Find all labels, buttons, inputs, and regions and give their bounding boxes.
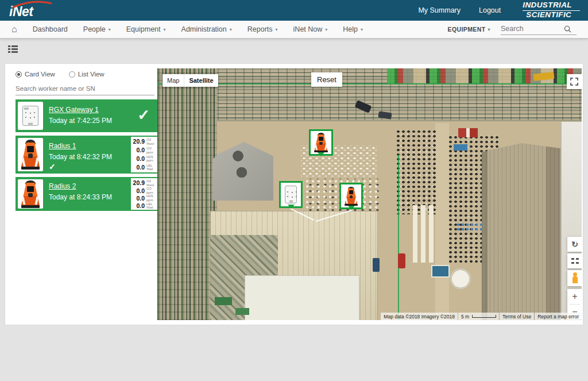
nav-item-help[interactable]: Help ▾ (343, 25, 363, 33)
gas-name: LEL (146, 202, 153, 206)
gas-value: 0.0 (133, 156, 145, 162)
rotate-view-button[interactable]: ↻ (567, 237, 582, 252)
scope-label: EQUIPMENT (448, 26, 486, 33)
nav-item-dashboard[interactable]: Dashboard (33, 25, 68, 33)
device-name-link[interactable]: Radius 1 (49, 142, 76, 150)
logout-link[interactable]: Logout (479, 6, 501, 14)
zoom-in-button[interactable]: + (567, 289, 582, 304)
radius-illustration (345, 187, 358, 206)
map-type-control: Map Satellite (163, 74, 218, 87)
gas-unit: ppm (146, 159, 153, 163)
gas-unit: ppm (146, 198, 153, 202)
imagery-building-front (245, 275, 359, 320)
gateway-illustration (20, 104, 41, 128)
check-icon: ✓ (137, 106, 150, 124)
map-attribution-bar: Map data ©2018 Imagery ©2018 5 m Terms o… (381, 313, 582, 320)
tilt-view-button[interactable] (567, 253, 582, 268)
nav-item-administration[interactable]: Administration ▾ (181, 25, 232, 33)
satellite-view-button[interactable]: Satellite (184, 74, 218, 87)
gas-value: 0.0 (133, 188, 145, 194)
nav-item-inet-now[interactable]: iNet Now ▾ (293, 25, 328, 33)
gas-value: 20.9 (133, 138, 145, 145)
fullscreen-button[interactable] (567, 74, 582, 89)
gas-value: 20.9 (133, 180, 145, 186)
gas-name: H2S (146, 194, 153, 198)
gas-reading-row: 0.0 COppm (133, 187, 157, 194)
gas-name: H2S (146, 155, 153, 159)
worker-search-input[interactable] (16, 85, 154, 92)
device-name-link[interactable]: RGX Gateway 1 (49, 106, 99, 114)
card-view-option[interactable]: Card View (16, 71, 55, 78)
my-summary-link[interactable]: My Summary (418, 6, 461, 14)
device-card-rgx-gateway-1[interactable]: RGX Gateway 1 Today at 7:42:25 PM ✓ (16, 99, 159, 132)
search-icon[interactable] (564, 25, 571, 33)
tilt-icon (571, 258, 579, 264)
gas-name: LEL (146, 164, 153, 168)
reset-button[interactable]: Reset (311, 72, 342, 87)
gas-value: 0.0 (133, 164, 145, 171)
radio-unselected-icon[interactable] (69, 71, 75, 78)
imagery-blue-container (454, 144, 467, 151)
site-map[interactable]: Map Satellite Reset ↻ + − (157, 68, 582, 320)
radius-device-image (18, 179, 43, 209)
street-view-pegman-button[interactable] (567, 270, 582, 286)
search-scope-dropdown[interactable]: EQUIPMENT ▾ (448, 26, 490, 33)
nav-item-reports[interactable]: Reports ▾ (247, 25, 278, 33)
list-view-toggle-icon[interactable] (8, 45, 18, 53)
map-view-button[interactable]: Map (163, 74, 184, 87)
chevron-down-icon: ▾ (164, 27, 166, 32)
nav-label: Dashboard (33, 25, 68, 33)
gas-unit: %vol (146, 183, 154, 187)
imagery-blue-structure (431, 265, 450, 278)
gateway-device-image (18, 102, 43, 130)
nav-label: Reports (247, 25, 273, 33)
imagery-road (435, 123, 449, 320)
radio-selected-icon[interactable] (16, 71, 22, 78)
global-search-field (501, 24, 577, 35)
nav-label: Equipment (126, 25, 161, 33)
gas-unit: ppm (146, 191, 153, 195)
chevron-down-icon: ▾ (361, 27, 363, 32)
global-search-input[interactable] (501, 25, 564, 33)
list-view-option[interactable]: List View (69, 71, 105, 78)
main-nav-bar: ⌂ Dashboard People ▾ Equipment ▾ Adminis… (0, 21, 588, 39)
map-marker-radius-1[interactable] (309, 129, 333, 156)
scale-label: 5 m (461, 314, 469, 320)
imagery-blue-van (373, 258, 380, 272)
imagery-white-trailers (413, 205, 436, 263)
radius-device-image (18, 138, 43, 171)
gas-reading-row: 20.9 O2%vol (133, 179, 157, 187)
nav-item-equipment[interactable]: Equipment ▾ (126, 25, 166, 33)
device-cards: RGX Gateway 1 Today at 7:42:25 PM ✓ Ra (16, 99, 159, 211)
imagery-warehouse (482, 143, 561, 320)
chevron-down-icon: ▾ (109, 27, 111, 32)
chevron-down-icon: ▾ (230, 27, 232, 32)
gas-value: 0.0 (133, 195, 145, 202)
nav-label: Help (343, 25, 358, 33)
map-marker-rgx-gateway-1[interactable] (279, 181, 303, 208)
gas-value: 0.0 (133, 203, 145, 209)
map-scale: 5 m (458, 313, 499, 320)
home-icon[interactable]: ⌂ (11, 25, 17, 34)
imagery-red-containers (458, 128, 478, 137)
chevron-down-icon: ▾ (276, 27, 278, 32)
gas-unit: ppm (146, 151, 153, 155)
map-marker-radius-2[interactable] (339, 183, 363, 209)
imagery-cooling-building (212, 142, 273, 201)
brand-line2: SCIENTIFIC (523, 11, 580, 20)
device-card-radius-1[interactable]: Radius 1 Today at 8:42:32 PM ✓ 20.9 O2%v… (16, 136, 159, 174)
device-name-link[interactable]: Radius 2 (49, 182, 76, 190)
nav-item-people[interactable]: People ▾ (83, 25, 111, 33)
inet-logo[interactable]: iNet (9, 2, 33, 20)
chevron-down-icon: ▾ (325, 27, 327, 32)
gas-unit: %vol (146, 142, 154, 146)
gas-name: O2 (146, 179, 154, 183)
gas-reading-row: 0.0 H2Sppm (133, 155, 157, 163)
report-map-error-link[interactable]: Report a map error (537, 314, 579, 320)
nav-label: Administration (181, 25, 227, 33)
device-card-radius-2[interactable]: Radius 2 Today at 8:24:33 PM 20.9 O2%vol… (16, 177, 159, 211)
pegman-icon (572, 272, 578, 284)
terms-of-use-link[interactable]: Terms of Use (502, 314, 531, 320)
gas-reading-row: 0.0 COppm (133, 147, 157, 154)
gas-reading-row: 0.0 LEL%lel (133, 164, 157, 171)
